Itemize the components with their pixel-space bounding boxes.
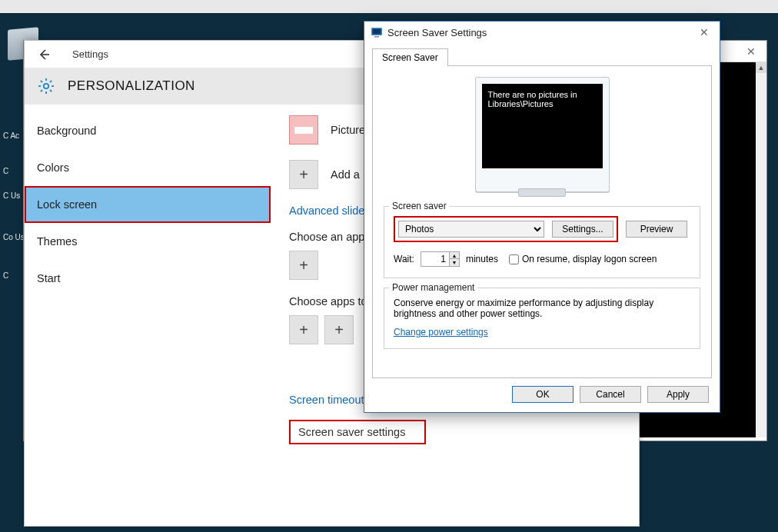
- screensaver-group-label: Screen saver: [389, 201, 450, 211]
- preview-button[interactable]: Preview: [626, 221, 687, 238]
- wait-input[interactable]: [421, 251, 450, 267]
- desktop-icon[interactable]: Co Us: [3, 233, 25, 241]
- host-taskbar: [0, 0, 778, 13]
- choose-quick-app-button[interactable]: +: [289, 315, 318, 344]
- wait-spinner[interactable]: ▲▼: [421, 251, 460, 267]
- choose-detailed-app-button[interactable]: +: [289, 251, 318, 280]
- ok-button[interactable]: OK: [512, 386, 574, 403]
- add-picture-button[interactable]: +: [289, 160, 318, 189]
- settings-sidenav: Background Colors Lock screen Themes Sta…: [25, 105, 271, 526]
- dialog-button-row: OK Cancel Apply: [364, 378, 720, 412]
- svg-line-5: [41, 81, 42, 82]
- svg-line-7: [41, 90, 42, 91]
- screensaver-icon: [371, 26, 383, 38]
- sidebar-item-background[interactable]: Background: [25, 112, 271, 149]
- change-power-settings-link[interactable]: Change power settings: [394, 327, 488, 337]
- dialog-title: Screen Saver Settings: [387, 27, 689, 38]
- screensaver-group: Screen saver Photos Settings... Preview …: [384, 206, 700, 278]
- spin-down-icon[interactable]: ▼: [450, 259, 459, 266]
- category-title: PERSONALIZATION: [68, 78, 195, 94]
- cancel-button[interactable]: Cancel: [580, 386, 641, 403]
- picture-thumbnail[interactable]: [289, 115, 318, 145]
- screensaver-preview-monitor: There are no pictures in Libraries\Pictu…: [475, 77, 610, 192]
- spin-up-icon[interactable]: ▲: [450, 252, 459, 259]
- dialog-tabs: Screen Saver: [364, 43, 720, 65]
- tab-screen-saver[interactable]: Screen Saver: [372, 48, 448, 66]
- screensaver-combo[interactable]: Photos: [398, 221, 544, 238]
- on-resume-checkbox-label[interactable]: On resume, display logon screen: [509, 254, 657, 264]
- sidebar-item-lock-screen[interactable]: Lock screen: [25, 186, 271, 223]
- back-button[interactable]: [37, 48, 51, 62]
- on-resume-label: On resume, display logon screen: [522, 254, 657, 264]
- desktop-icon[interactable]: C: [3, 271, 25, 280]
- power-management-label: Power management: [389, 282, 477, 293]
- desktop-icon[interactable]: C Us: [3, 191, 25, 200]
- svg-rect-11: [374, 36, 379, 38]
- power-management-desc: Conserve energy or maximize performance …: [394, 298, 690, 319]
- svg-rect-10: [373, 29, 381, 35]
- svg-point-0: [44, 84, 48, 88]
- on-resume-checkbox[interactable]: [509, 254, 519, 264]
- add-label: Add a: [331, 168, 360, 181]
- desktop-icon[interactable]: C Ac: [3, 131, 25, 140]
- choose-quick-app-button[interactable]: +: [324, 315, 354, 344]
- minutes-label: minutes: [466, 254, 498, 264]
- wait-label: Wait:: [394, 254, 414, 264]
- scroll-up-icon[interactable]: ▲: [756, 62, 766, 73]
- dialog-tab-pane: There are no pictures in Libraries\Pictu…: [372, 65, 712, 378]
- screensaver-dialog: Screen Saver Settings ✕ Screen Saver The…: [364, 21, 720, 413]
- scrollbar[interactable]: ▲: [756, 62, 766, 437]
- svg-line-6: [50, 90, 52, 91]
- dialog-close-button[interactable]: ✕: [689, 22, 720, 43]
- power-management-group: Power management Conserve energy or maxi…: [384, 288, 700, 349]
- svg-line-8: [50, 81, 52, 82]
- close-icon[interactable]: ✕: [736, 41, 766, 62]
- screensaver-settings-button[interactable]: Settings...: [552, 221, 613, 238]
- sidebar-item-start[interactable]: Start: [25, 260, 271, 297]
- gear-icon: [37, 77, 55, 95]
- sidebar-item-themes[interactable]: Themes: [25, 223, 271, 260]
- screen-saver-settings-link[interactable]: Screen saver settings: [289, 420, 426, 444]
- settings-title: Settings: [72, 48, 108, 60]
- screensaver-select-highlighted: Photos Settings...: [394, 216, 618, 242]
- spin-buttons[interactable]: ▲▼: [450, 251, 460, 267]
- desktop-icon[interactable]: C: [3, 167, 25, 175]
- apply-button[interactable]: Apply: [647, 386, 709, 403]
- dialog-titlebar: Screen Saver Settings ✕: [364, 22, 720, 43]
- screensaver-preview-screen: There are no pictures in Libraries\Pictu…: [482, 84, 603, 168]
- sidebar-item-colors[interactable]: Colors: [25, 149, 271, 186]
